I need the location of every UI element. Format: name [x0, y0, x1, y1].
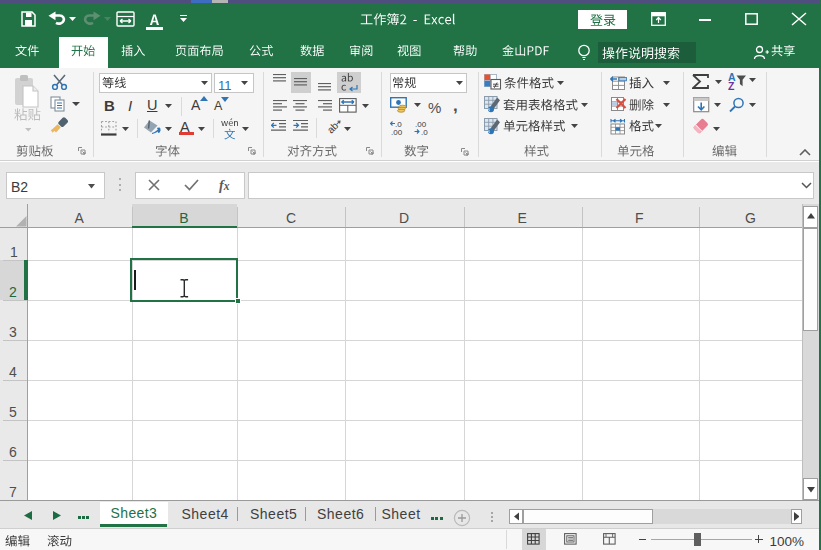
svg-text:ab: ab: [325, 120, 341, 135]
svg-text:.0: .0: [421, 128, 428, 135]
svg-text:.00: .00: [391, 128, 403, 135]
